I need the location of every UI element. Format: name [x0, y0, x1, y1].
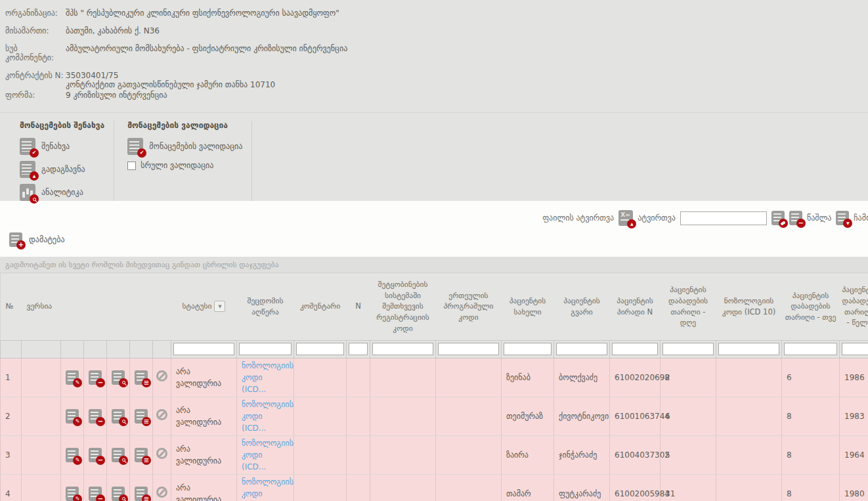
header-icd[interactable]: ნოზოლოგიის კოდი (ICD 10)	[716, 273, 782, 340]
validation-group: მონაცემების ვალიდაცია ✔ მონაცემების ვალი…	[114, 121, 252, 201]
details-row-icon[interactable]: ≡	[135, 370, 148, 385]
header-error[interactable]: შეცდომის აღწერა	[237, 273, 294, 340]
edit-row-icon[interactable]: ✎	[66, 448, 79, 462]
header-unitcode[interactable]: ერთეულის პროგრამული კოდი	[436, 273, 502, 340]
filter-error-input[interactable]	[239, 343, 292, 355]
error-link[interactable]: ნოზოლოგიის კოდი (ICD...	[242, 477, 293, 501]
delete-label[interactable]: წაშლა	[807, 213, 831, 223]
birth-day-cell: 31	[661, 474, 716, 501]
organization-label: ორგანიზაცია:	[5, 9, 66, 18]
filter-status-input[interactable]	[173, 343, 234, 355]
header-personal-n[interactable]: პაციენტის პირადი N	[610, 273, 661, 340]
regcode-cell	[370, 435, 436, 474]
table-body: 1 ✎ − ≡ არა ვალიდურია ნოზოლოგიის კოდი (I…	[1, 358, 868, 501]
file-upload-label[interactable]: ფაილის ატვირთვა	[542, 213, 614, 223]
filter-firstname-input[interactable]	[504, 343, 552, 355]
excel-upload-icon[interactable]: ▲	[618, 210, 633, 226]
download-icon[interactable]: ▼	[836, 211, 849, 225]
n-cell	[347, 435, 370, 474]
filter-lastname-input[interactable]	[556, 343, 607, 355]
unitcode-cell	[436, 435, 502, 474]
full-validation-checkbox[interactable]	[127, 162, 136, 170]
n-cell	[347, 397, 370, 435]
delete-row-icon[interactable]: −	[89, 370, 102, 385]
download-label[interactable]: ჩამოტვირთვა	[854, 213, 868, 223]
header-firstname[interactable]: პაციენტის სახელი	[502, 273, 554, 340]
table-row: 3 ✎ − ≡ არა ვალიდურია ნოზოლოგიის კოდი (I…	[1, 435, 868, 474]
view-row-icon[interactable]	[112, 448, 125, 462]
version-cell	[22, 435, 61, 474]
table-row: 1 ✎ − ≡ არა ვალიდურია ნოზოლოგიის კოდი (I…	[1, 358, 868, 397]
view-row-icon[interactable]	[112, 409, 125, 424]
details-row-icon[interactable]: ≡	[135, 448, 148, 462]
table-row: 2 ✎ − ≡ არა ვალიდურია ნოზოლოგიის კოდი (I…	[1, 397, 868, 435]
icd-cell	[716, 435, 782, 474]
view-row-icon[interactable]	[112, 487, 125, 501]
n-cell	[347, 358, 370, 397]
info-row-organization: ორგანიზაცია: შპს " რესპუბლიკური კლინიკურ…	[5, 9, 861, 18]
filter-birth-year-input[interactable]	[842, 343, 868, 355]
validate-button[interactable]: ✔ მონაცემების ვალიდაცია	[127, 138, 242, 155]
remove-upload-icon[interactable]: −	[789, 211, 802, 225]
edit-row-icon[interactable]: ✎	[66, 409, 79, 424]
full-validation-option: სრული ვალიდაცია	[127, 161, 242, 170]
personal-n-cell: 61001063744	[610, 397, 661, 435]
firstname-cell: ზეინაბ	[502, 358, 554, 397]
header-version[interactable]: ვერსია	[22, 273, 61, 340]
header-regcode[interactable]: შეტყობინების სისტემაში შემთხვევის რეგისტ…	[370, 273, 436, 340]
comment-cell	[294, 397, 347, 435]
filter-comment-input[interactable]	[296, 343, 344, 355]
blocked-icon	[156, 448, 167, 459]
subcomponent-value: ამბულატორიული მომსახურება - ფსიქიატრიული…	[66, 44, 347, 62]
error-link[interactable]: ნოზოლოგიის კოდი (ICD...	[242, 361, 293, 394]
header-birth-year[interactable]: პაციენტის დაბადების თარიღი - წელი	[840, 273, 868, 340]
status-filter-dropdown-icon[interactable]: ▼	[214, 301, 225, 312]
save-group: მონაცემების შენახვა ✔ შენახვა ▲ გადაგზავ…	[7, 121, 114, 201]
header-birth-month[interactable]: პაციენტის დაბადების თარიღი - თვე	[782, 273, 840, 340]
delete-row-icon[interactable]: −	[89, 487, 102, 501]
filter-birth-day-input[interactable]	[662, 343, 714, 355]
analytics-button[interactable]: ანალიტიკა	[20, 184, 104, 201]
version-cell	[22, 358, 61, 397]
delete-row-icon[interactable]: −	[89, 409, 102, 424]
error-link[interactable]: ნოზოლოგიის კოდი (ICD...	[242, 400, 293, 433]
info-row-subcomponent: სუბ კომპონენტი: ამბულატორიული მომსახურებ…	[5, 44, 861, 62]
header-status[interactable]: სტატუსი▼	[171, 273, 237, 340]
header-comment[interactable]: კომენტარი	[294, 273, 347, 340]
send-button[interactable]: ▲ გადაგზავნა	[20, 161, 104, 178]
edit-row-icon[interactable]: ✎	[66, 487, 79, 501]
address-label: მისამართი:	[5, 26, 66, 35]
filter-regcode-input[interactable]	[372, 343, 433, 355]
add-label: დამატება	[29, 235, 65, 244]
analytics-icon	[20, 184, 35, 201]
delete-row-icon[interactable]: −	[89, 448, 102, 462]
filter-n-input[interactable]	[349, 343, 368, 355]
error-cell: ნოზოლოგიის კოდი (ICD...	[237, 474, 294, 501]
birth-month-cell: 8	[782, 474, 840, 501]
save-button[interactable]: ✔ შენახვა	[20, 138, 104, 155]
error-cell: ნოზოლოგიის კოდი (ICD...	[237, 435, 294, 474]
details-row-icon[interactable]: ≡	[135, 409, 148, 424]
error-link[interactable]: ნოზოლოგიის კოდი (ICD...	[242, 439, 293, 471]
records-grid: № ვერსია სტატუსი▼ შეცდომის აღწერა კომენტ…	[0, 273, 868, 501]
view-row-icon[interactable]	[112, 370, 125, 385]
subcomponent-label: სუბ კომპონენტი:	[5, 44, 66, 62]
filter-unitcode-input[interactable]	[438, 343, 499, 355]
filter-personal-n-input[interactable]	[612, 343, 658, 355]
clear-upload-icon[interactable]	[771, 211, 785, 225]
edit-row-icon[interactable]: ✎	[66, 370, 79, 385]
header-n[interactable]: N	[347, 273, 370, 340]
group-by-bar: გადმოიტანეთ ის სვეტი რომლის მიხედვითაც გ…	[0, 257, 868, 273]
filter-birth-month-input[interactable]	[784, 343, 837, 355]
upload-file-input[interactable]	[680, 211, 767, 225]
add-record-button[interactable]: + დამატება	[0, 226, 868, 247]
header-birth-day[interactable]: პაციენტის დაბადების თარიღი - დღე	[661, 273, 716, 340]
details-row-icon[interactable]: ≡	[135, 487, 148, 501]
blocked-icon	[156, 409, 167, 420]
comment-cell	[294, 358, 347, 397]
upload-label[interactable]: ატვირთვა	[638, 213, 676, 223]
filter-icd-input[interactable]	[718, 343, 779, 355]
blocked-icon	[156, 370, 167, 381]
form-label: ფორმა:	[5, 91, 66, 100]
header-lastname[interactable]: პაციენტის გვარი	[554, 273, 610, 340]
